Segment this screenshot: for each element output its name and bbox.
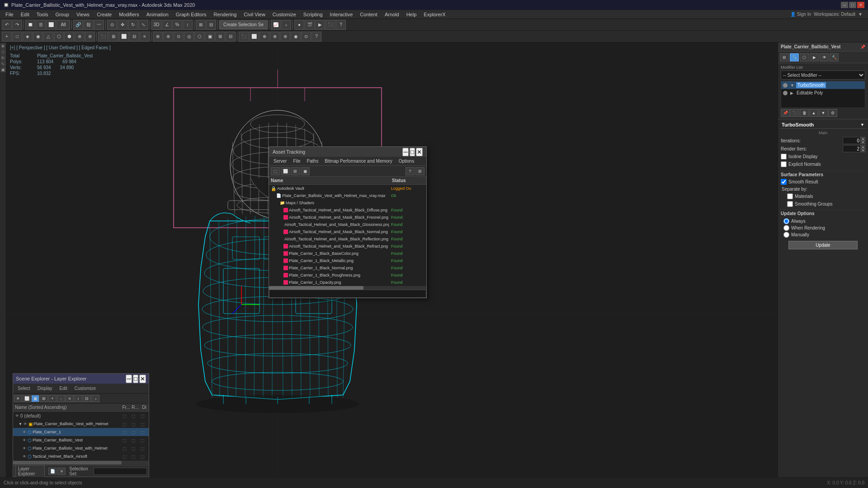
r21[interactable]: ⊞ xyxy=(215,32,225,42)
r1[interactable]: + xyxy=(2,32,12,42)
r22[interactable]: ⊟ xyxy=(226,32,236,42)
rp-create-tab[interactable]: ⊞ xyxy=(780,53,789,61)
at-row-maxfile[interactable]: 📄 Plate_Carrier_Ballistic_Vest_with_Helm… xyxy=(269,192,426,199)
se-tab-select[interactable]: Select xyxy=(15,385,33,392)
r17[interactable]: ⊙ xyxy=(174,32,184,42)
viewport[interactable]: [+] [ Perspective ] [ User Defined ] [ E… xyxy=(6,42,778,477)
r16[interactable]: ⊛ xyxy=(163,32,173,42)
se-vis-helmet[interactable]: 👁 xyxy=(22,454,27,459)
r2[interactable]: □ xyxy=(12,32,22,42)
menu-customize[interactable]: Customize xyxy=(269,11,300,18)
at-row-img6[interactable]: Airsoft_Tactical_Helmet_and_Mask_Black_R… xyxy=(269,243,426,250)
r24[interactable]: ⬜ xyxy=(249,32,259,42)
se-btn-5[interactable]: + xyxy=(48,395,57,402)
ts-isoline-label[interactable]: Isoline Display xyxy=(788,154,817,159)
r27[interactable]: ⊛ xyxy=(280,32,290,42)
sidebar-poly[interactable]: ▣ xyxy=(0,67,6,72)
mod-move-up-btn[interactable]: ▲ xyxy=(809,109,818,117)
r7[interactable]: ⬢ xyxy=(64,32,74,42)
se-scrollbar[interactable] xyxy=(13,461,149,465)
r3[interactable]: ◈ xyxy=(23,32,33,42)
menu-file[interactable]: File xyxy=(2,11,17,18)
sidebar-select[interactable]: ✥ xyxy=(0,43,6,49)
se-vis-vest-helmet[interactable]: 👁 xyxy=(22,446,27,450)
material-editor-button[interactable]: ● xyxy=(294,20,304,30)
sidebar-rotate[interactable]: ↻ xyxy=(0,55,6,61)
se-btn-7[interactable]: ≡ xyxy=(66,395,74,402)
r28[interactable]: ◉ xyxy=(291,32,301,42)
r11[interactable]: ⊞ xyxy=(108,32,118,42)
se-tab-customize[interactable]: Customize xyxy=(72,385,99,392)
r30[interactable]: ? xyxy=(311,32,321,42)
all-button[interactable]: All xyxy=(57,20,70,30)
menu-group[interactable]: Group xyxy=(52,11,73,18)
ts-iterations-input[interactable] xyxy=(843,137,861,144)
at-options-btn[interactable]: ⊞ xyxy=(415,167,425,175)
se-vis-plate1[interactable]: 👁 xyxy=(22,430,27,434)
ts-smooth-result-checkbox[interactable] xyxy=(781,179,787,185)
se-maximize[interactable]: □ xyxy=(133,375,138,383)
rp-display-tab[interactable]: 👁 xyxy=(820,53,829,61)
mod-turbosmoooth[interactable]: ▼ TurboSmooth xyxy=(781,81,865,89)
se-row-group[interactable]: ▼ 👁 ▣ Plate_Carrier_Ballistic_Vest_with_… xyxy=(13,420,149,428)
se-close[interactable]: ✕ xyxy=(139,375,146,383)
mod-configure-btn[interactable]: ⚙ xyxy=(828,109,837,117)
close-button[interactable]: ✕ xyxy=(857,2,864,8)
menu-civil-view[interactable]: Civil View xyxy=(240,11,269,18)
se-tab-edit[interactable]: Edit xyxy=(57,385,70,392)
menu-tools[interactable]: Tools xyxy=(33,11,52,18)
se-row-vest[interactable]: 👁 ⬡ Plate_Carrier_Ballistic_Vest ⬚ ⬚ ⬚ xyxy=(13,436,149,444)
rp-utilities-tab[interactable]: 🔨 xyxy=(830,53,839,61)
ts-when-rendering-radio[interactable] xyxy=(783,225,789,231)
ts-render-up[interactable]: ▲ xyxy=(861,145,865,149)
curve-editor-button[interactable]: 📈 xyxy=(271,20,281,30)
mod-insert-btn[interactable]: ⬛ xyxy=(790,109,799,117)
menu-explorerx[interactable]: ExplorerX xyxy=(420,11,449,18)
r14[interactable]: ≡ xyxy=(140,32,150,42)
ts-smoothing-groups-label[interactable]: Smoothing Groups xyxy=(795,202,832,206)
mod-move-down-btn[interactable]: ▼ xyxy=(819,109,828,117)
at-menu-bitmap[interactable]: Bitmap Performance and Memory xyxy=(322,158,395,164)
spinner-snap[interactable]: ↕ xyxy=(183,20,193,30)
se-btn-2[interactable]: ⬜ xyxy=(23,395,31,402)
r19[interactable]: ⬡ xyxy=(194,32,204,42)
r25[interactable]: ⊕ xyxy=(259,32,269,42)
render-frame-button[interactable]: ▶ xyxy=(315,20,325,30)
ts-manually-label[interactable]: Manually xyxy=(791,232,809,237)
asset-tracking-title[interactable]: Asset Tracking ─ □ ✕ xyxy=(269,147,426,157)
at-row-maps[interactable]: 📁 Maps / Shaders xyxy=(269,199,426,206)
at-row-img4[interactable]: Airsoft_Tactical_Helmet_and_Mask_Black_N… xyxy=(269,228,426,235)
ts-render-down[interactable]: ▼ xyxy=(861,149,865,152)
at-status-input[interactable] xyxy=(269,290,426,298)
r29[interactable]: ⊙ xyxy=(301,32,311,42)
percent-snap[interactable]: % xyxy=(172,20,182,30)
se-btn-10[interactable]: ⬦ xyxy=(91,395,99,402)
se-layer-explorer-button[interactable]: Layer Explorer xyxy=(15,465,45,478)
rp-motion-tab[interactable]: ▶ xyxy=(810,53,819,61)
r15[interactable]: ⊕ xyxy=(153,32,163,42)
se-row-plate1[interactable]: 👁 ⬡ Plate_Carrier_1 ⬚ ⬚ ⬚ xyxy=(13,428,149,436)
create-selection-set-button[interactable]: Create Selection Se xyxy=(219,20,268,29)
menu-content[interactable]: Content xyxy=(356,11,381,18)
modifier-dropdown[interactable]: -- Select Modifier -- xyxy=(781,70,865,80)
at-menu-paths[interactable]: Paths xyxy=(304,158,321,164)
mod-ts-expand[interactable]: ▼ xyxy=(790,83,794,88)
se-btn-4[interactable]: ⊞ xyxy=(40,395,48,402)
se-expand-group[interactable]: ▼ xyxy=(19,422,22,426)
ts-smoothing-groups-checkbox[interactable] xyxy=(787,201,793,207)
ts-render-iters-input[interactable] xyxy=(843,145,861,152)
ts-explicit-checkbox[interactable] xyxy=(781,161,787,167)
ts-update-button[interactable]: Update xyxy=(788,241,858,249)
align-button[interactable]: ⊟ xyxy=(206,20,216,30)
rp-pin-icon[interactable]: 📌 xyxy=(860,45,865,49)
menu-interactive[interactable]: Interactive xyxy=(326,11,357,18)
mod-ep-expand[interactable]: ▶ xyxy=(790,91,793,95)
workspaces-dropdown[interactable]: ▼ xyxy=(858,12,863,17)
r8[interactable]: ⊕ xyxy=(75,32,85,42)
at-row-img3[interactable]: Airsoft_Tactical_Helmet_and_Mask_Black_G… xyxy=(269,221,426,228)
r12[interactable]: ⬜ xyxy=(119,32,129,42)
se-vis-default[interactable]: 👁 xyxy=(15,413,19,418)
ts-iter-down[interactable]: ▼ xyxy=(861,141,865,144)
minimize-button[interactable]: ─ xyxy=(841,2,848,8)
se-selection-set-input[interactable] xyxy=(94,468,147,475)
